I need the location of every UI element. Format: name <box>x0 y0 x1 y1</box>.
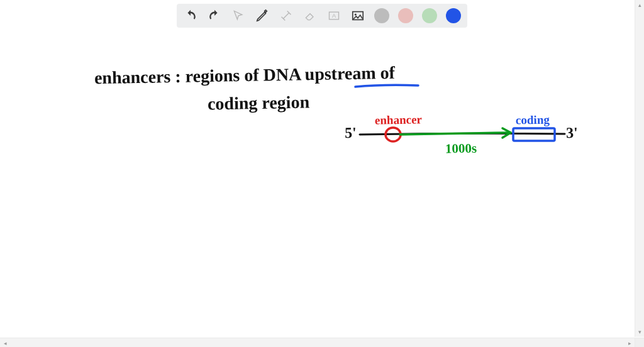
annotation-line-2: coding region <box>208 92 310 114</box>
pen-tool[interactable] <box>255 8 270 23</box>
annotation-line-1: enhancers : regions of DNA upstream of <box>94 63 396 88</box>
toolbar: A <box>177 4 467 28</box>
coding-label: coding <box>516 113 550 128</box>
eraser-tool[interactable] <box>303 8 318 23</box>
five-prime-label: 5' <box>345 124 357 141</box>
tools-menu[interactable] <box>279 8 294 23</box>
redo-button[interactable] <box>207 8 222 23</box>
undo-button[interactable] <box>183 8 198 23</box>
scroll-corner <box>635 338 644 347</box>
pointer-tool[interactable] <box>231 8 246 23</box>
svg-rect-5 <box>513 128 555 141</box>
scroll-down-icon[interactable]: ▾ <box>635 327 644 337</box>
svg-point-3 <box>355 14 357 16</box>
color-blue[interactable] <box>446 8 461 23</box>
textbox-tool[interactable]: A <box>326 8 341 23</box>
scroll-right-icon[interactable]: ▸ <box>625 338 635 347</box>
color-green[interactable] <box>422 8 437 23</box>
image-tool[interactable] <box>350 8 365 23</box>
scroll-up-icon[interactable]: ▴ <box>635 0 644 10</box>
enhancer-label: enhancer <box>375 113 422 127</box>
color-pink[interactable] <box>398 8 413 23</box>
svg-text:A: A <box>332 13 336 19</box>
scroll-left-icon[interactable]: ◂ <box>0 338 10 347</box>
underline-upstream <box>0 0 644 347</box>
dna-diagram <box>0 0 644 347</box>
distance-label: 1000s <box>445 141 477 157</box>
horizontal-scrollbar[interactable]: ◂ ▸ <box>0 338 635 347</box>
svg-point-4 <box>386 128 401 141</box>
whiteboard-canvas[interactable]: A enhancers : regions of DNA upstream of… <box>0 0 644 347</box>
three-prime-label: 3' <box>566 124 578 141</box>
vertical-scrollbar[interactable]: ▴ ▾ <box>635 0 644 337</box>
color-gray[interactable] <box>374 8 389 23</box>
